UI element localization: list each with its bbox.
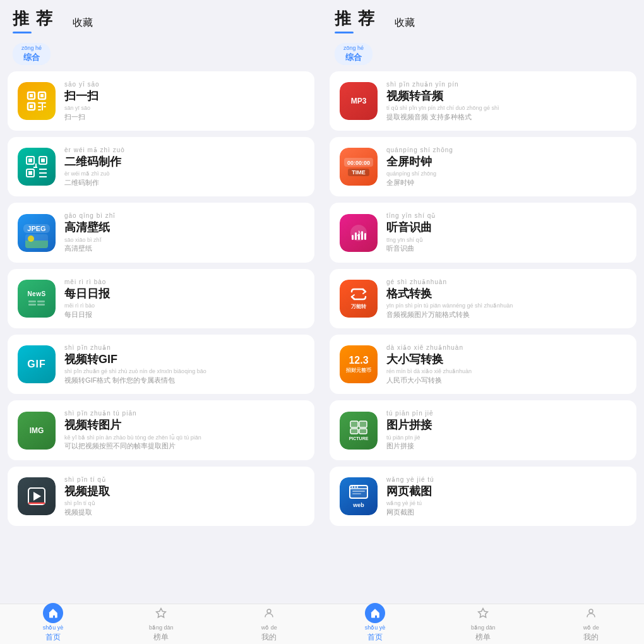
app-pinyin-desc: měi rì rì bào — [64, 302, 304, 310]
list-item[interactable]: PICTURE tú piān pīn jiē 图片拼接 tú piān pīn… — [330, 400, 636, 460]
panel-right: 推 荐 收藏 zōng hé 综合 MP3 shì pǐn zhuǎn yīn … — [322, 0, 644, 644]
bottom-nav: shǒu yè首页 bǎng dān榜单 wǒ de我的 — [0, 604, 322, 644]
app-icon-convert: 万能转 — [340, 280, 378, 318]
app-desc: 音频视频图片万能格式转换 — [386, 310, 626, 319]
app-pinyin-title: dà xiǎo xiě zhuǎnhuàn — [386, 343, 626, 352]
app-title: 格式转换 — [386, 287, 626, 301]
nav-label-chinese: 首页 — [367, 632, 383, 643]
bottom-nav: shǒu yè首页 bǎng dān榜单 wǒ de我的 — [322, 604, 644, 644]
app-pinyin-title: tīng yīn shí qǔ — [386, 212, 626, 220]
header-sub: 收藏 — [73, 16, 93, 30]
svg-point-25 — [267, 609, 271, 613]
app-list: MP3 shì pǐn zhuǎn yīn pín 视频转音频 tí qǔ sh… — [322, 71, 644, 604]
app-info: tīng yīn shí qǔ 听音识曲 tīng yīn shí qǔ 听音识… — [386, 212, 626, 253]
list-item[interactable]: web wǎng yè jié tú 网页截图 wǎng yè jié tú 网… — [330, 467, 636, 526]
list-item[interactable]: ♪ tīng yīn shí qǔ 听音识曲 tīng yīn shí qǔ 听… — [330, 203, 636, 262]
nav-item-rank[interactable]: bǎng dān榜单 — [149, 603, 174, 643]
svg-rect-34 — [359, 421, 367, 427]
app-pinyin-desc: sān yī sāo — [64, 104, 304, 112]
app-desc: 图片拼接 — [386, 441, 626, 451]
list-item[interactable]: 万能转 gé shì zhuǎnhuàn 格式转换 yīn pín shì pí… — [330, 269, 636, 328]
app-pinyin-title: shì pǐn zhuǎn — [64, 343, 304, 352]
nav-item-home[interactable]: shǒu yè首页 — [43, 603, 64, 643]
app-pinyin-desc: shì pǐn zhuǎn gé shì zhù zuò nín de xīnx… — [64, 367, 304, 376]
app-pinyin-desc: tīng yīn shí qǔ — [386, 236, 626, 244]
svg-rect-5 — [30, 105, 33, 108]
app-info: shì pǐn zhuǎn yīn pín 视频转音频 tí qǔ shì pǐ… — [386, 80, 626, 122]
app-info: shì pǐn zhuǎn tú piān 视频转图片 kě yǐ bǎ shì… — [64, 409, 304, 451]
list-item[interactable]: GIF shì pǐn zhuǎn 视频转GIF shì pǐn zhuǎn g… — [8, 335, 314, 394]
nav-item-rank[interactable]: bǎng dān榜单 — [471, 603, 496, 643]
app-title: 网页截图 — [386, 484, 626, 499]
app-pinyin-desc: wǎng yè jié tú — [386, 499, 626, 508]
app-icon-picjoin: PICTURE — [340, 412, 378, 450]
panel-header: 推 荐 收藏 — [322, 0, 644, 39]
svg-rect-21 — [35, 164, 37, 167]
app-pinyin-desc: tú piān pīn jiē — [386, 434, 626, 442]
nav-item-mine[interactable]: wǒ de我的 — [581, 603, 601, 643]
app-pinyin-desc: tí qǔ shì pǐn yīn pín zhī chí duō zhōng … — [386, 104, 626, 112]
app-info: shì pǐn zhuǎn 视频转GIF shì pǐn zhuǎn gé sh… — [64, 343, 304, 385]
nav-label-chinese: 榜单 — [475, 632, 491, 643]
svg-rect-3 — [30, 94, 33, 97]
app-desc: 网页截图 — [386, 508, 626, 517]
app-title: 高清壁纸 — [64, 220, 304, 235]
nav-label-chinese: 我的 — [261, 632, 277, 643]
app-pinyin-title: tú piān pīn jiē — [386, 409, 626, 418]
svg-rect-36 — [359, 429, 367, 434]
tag-pinyin: zōng hé — [343, 45, 364, 52]
app-pinyin-desc: quánpíng shí zhōng — [386, 170, 626, 178]
svg-rect-35 — [350, 429, 358, 434]
svg-point-39 — [352, 486, 353, 487]
app-desc: 听音识曲 — [386, 244, 626, 253]
nav-label-pinyin: wǒ de — [261, 624, 277, 631]
list-item[interactable]: èr wéi mǎ zhì zuò 二维码制作 èr wéi mǎ zhì zu… — [8, 137, 314, 196]
list-item[interactable]: NewS měi rì rì bào 每日日报 měi rì rì bào 每日… — [8, 269, 314, 328]
app-icon-news: NewS — [18, 280, 56, 318]
svg-rect-33 — [350, 421, 358, 427]
list-item[interactable]: IMG shì pǐn zhuǎn tú piān 视频转图片 kě yǐ bǎ… — [8, 400, 314, 460]
nav-item-mine[interactable]: wǒ de我的 — [259, 603, 279, 643]
list-item[interactable]: 00:00:00 TIME quánpíng shí zhōng 全屏时钟 qu… — [330, 137, 636, 196]
svg-rect-43 — [352, 493, 361, 494]
app-pinyin-title: èr wéi mǎ zhì zuò — [64, 146, 304, 155]
app-title: 全屏时钟 — [386, 155, 626, 169]
app-info: tú piān pīn jiē 图片拼接 tú piān pīn jiē 图片拼… — [386, 409, 626, 451]
app-pinyin-title: gé shì zhuǎnhuàn — [386, 278, 626, 287]
svg-rect-31 — [361, 231, 363, 240]
nav-icon-home — [43, 603, 63, 623]
svg-point-41 — [357, 486, 358, 487]
app-info: gé shì zhuǎnhuàn 格式转换 yīn pín shì pín tú… — [386, 278, 626, 319]
app-title: 图片拼接 — [386, 418, 626, 432]
app-pinyin-title: gāo qīng bì zhǐ — [64, 212, 304, 220]
app-title: 视频转图片 — [64, 418, 304, 432]
app-info: dà xiǎo xiě zhuǎnhuàn 大小写转换 rén mín bì d… — [386, 343, 626, 385]
app-pinyin-title: shì pǐn zhuǎn yīn pín — [386, 80, 626, 89]
app-title: 二维码制作 — [64, 155, 304, 169]
app-desc: 高清壁纸 — [64, 244, 304, 253]
list-item[interactable]: 12.3 招财元整币 dà xiǎo xiě zhuǎnhuàn 大小写转换 r… — [330, 335, 636, 394]
nav-icon-star — [151, 603, 171, 623]
app-info: èr wéi mǎ zhì zuò 二维码制作 èr wéi mǎ zhì zu… — [64, 146, 304, 188]
app-list: sāo yī sāo 扫一扫 sān yī sāo 扫一扫 èr wéi mǎ … — [0, 71, 322, 604]
list-item[interactable]: JPEG gāo qīng bì zhǐ 高清壁纸 sāo xiāo bì zh… — [8, 203, 314, 262]
app-info: wǎng yè jié tú 网页截图 wǎng yè jié tú 网页截图 — [386, 475, 626, 517]
list-item[interactable]: shì pǐn tí qǔ 视频提取 shì pǐn tí qǔ 视频提取 — [8, 467, 314, 526]
tag-bar: zōng hé 综合 — [0, 39, 322, 71]
category-tag[interactable]: zōng hé 综合 — [13, 43, 51, 65]
svg-marker-23 — [33, 492, 41, 501]
app-pinyin-desc: èr wéi mǎ zhì zuò — [64, 170, 304, 178]
category-tag[interactable]: zōng hé 综合 — [335, 43, 373, 65]
app-icon-scan — [18, 82, 56, 120]
app-info: gāo qīng bì zhǐ 高清壁纸 sāo xiāo bì zhǐ 高清壁… — [64, 212, 304, 253]
nav-item-home[interactable]: shǒu yè首页 — [365, 603, 386, 643]
app-pinyin-desc: sāo xiāo bì zhǐ — [64, 236, 304, 244]
app-icon-wallpaper: JPEG — [18, 214, 56, 252]
list-item[interactable]: sāo yī sāo 扫一扫 sān yī sāo 扫一扫 — [8, 71, 314, 131]
app-icon-qr — [18, 148, 56, 186]
app-icon-extract — [18, 477, 56, 515]
app-desc: 二维码制作 — [64, 178, 304, 188]
app-pinyin-title: shì pǐn tí qǔ — [64, 475, 304, 484]
app-pinyin-desc: shì pǐn tí qǔ — [64, 499, 304, 508]
list-item[interactable]: MP3 shì pǐn zhuǎn yīn pín 视频转音频 tí qǔ sh… — [330, 71, 636, 131]
